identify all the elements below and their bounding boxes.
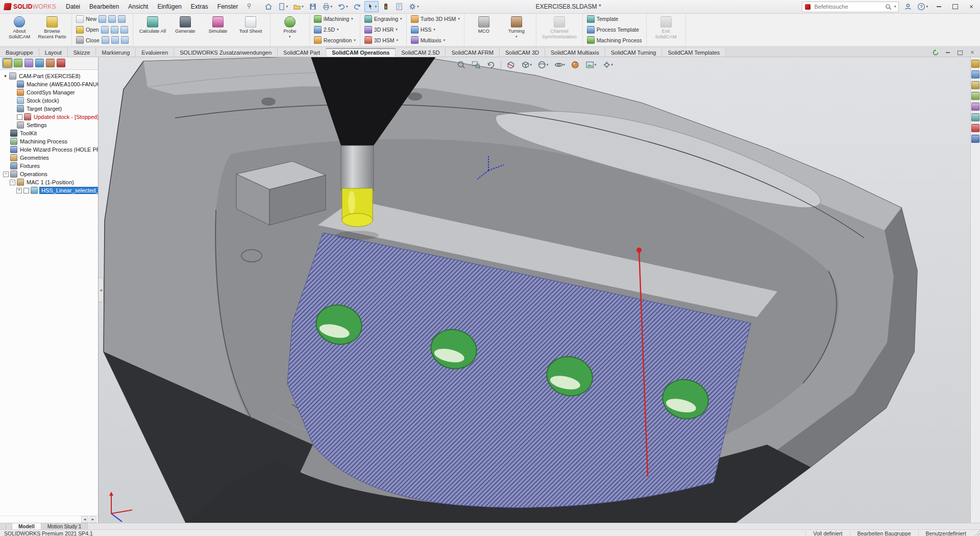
- graphics-viewport[interactable]: ▾ ▾ ▾ ▾ ▾ ◂: [99, 57, 971, 523]
- open-document-icon[interactable]: ▾: [291, 1, 306, 12]
- tree-item[interactable]: + HSS_Linear_selected_faces: [0, 186, 98, 194]
- tree-item[interactable]: Updated stock - [Stopped]: [0, 113, 98, 121]
- tool-sheet-button[interactable]: Tool Sheet: [235, 14, 266, 45]
- custom-properties-icon[interactable]: [971, 113, 979, 121]
- menu-item[interactable]: Extras: [186, 1, 213, 12]
- new-document-icon[interactable]: ▾: [276, 1, 290, 12]
- appearances-scenes-icon[interactable]: [971, 103, 979, 111]
- two-five-d-button[interactable]: 2.5D ▾: [312, 25, 358, 35]
- file-properties-icon[interactable]: [393, 1, 405, 12]
- tree-item[interactable]: Settings: [0, 121, 98, 129]
- hsm-3d-dropdown-icon[interactable]: ▾: [397, 38, 399, 42]
- login-person-icon[interactable]: [902, 1, 914, 12]
- close-cam-part-button[interactable]: Close: [74, 35, 131, 45]
- undo-icon[interactable]: ▾: [335, 1, 350, 12]
- expander-icon[interactable]: −: [3, 172, 9, 177]
- minimize-icon[interactable]: [931, 1, 946, 13]
- forum-icon[interactable]: [971, 135, 979, 143]
- open-cam-part-button[interactable]: Open: [74, 25, 131, 35]
- search-icon[interactable]: [885, 4, 892, 10]
- command-tab[interactable]: SolidCAM 3D: [500, 48, 545, 57]
- imachining-button[interactable]: iMachining ▾: [312, 14, 358, 24]
- expander-icon[interactable]: ▾: [3, 74, 8, 79]
- resize-grip[interactable]: [973, 530, 980, 536]
- suppress-checkbox[interactable]: [17, 114, 22, 120]
- template-button[interactable]: Template: [585, 14, 644, 24]
- tree-item[interactable]: Fixtures: [0, 162, 98, 170]
- edit-appearance-icon[interactable]: [569, 59, 582, 71]
- hsr-3d-dropdown-icon[interactable]: ▾: [396, 28, 398, 32]
- scroll-left-icon[interactable]: ◂: [81, 516, 88, 523]
- zoom-fit-icon[interactable]: [454, 59, 468, 71]
- hide-show-items-icon[interactable]: ▾: [552, 59, 567, 71]
- print-icon[interactable]: ▾: [320, 1, 335, 12]
- command-tab[interactable]: SolidCAM Turning: [605, 48, 663, 57]
- file-explorer-icon[interactable]: [971, 81, 979, 89]
- hss-button[interactable]: HSS ▾: [409, 25, 462, 35]
- command-tab[interactable]: Skizze: [68, 48, 96, 57]
- design-library-icon[interactable]: [971, 70, 979, 79]
- redo-icon[interactable]: [351, 1, 363, 12]
- menu-item[interactable]: Datei: [61, 1, 85, 12]
- recognition-dropdown-icon[interactable]: ▾: [354, 38, 356, 42]
- document-restore-icon[interactable]: [955, 48, 965, 57]
- recognition-button[interactable]: Recognition ▾: [312, 35, 358, 45]
- tree-item[interactable]: − MAC 1 (1-Position): [0, 178, 98, 186]
- command-tab[interactable]: Evaluieren: [136, 48, 174, 57]
- hsr-3d-button[interactable]: 3D HSR ▾: [362, 25, 404, 35]
- multiaxis-button[interactable]: Multiaxis ▾: [409, 35, 462, 45]
- help-icon[interactable]: ?▾: [915, 1, 930, 12]
- suppress-checkbox[interactable]: [23, 188, 29, 193]
- command-tab[interactable]: SolidCAM 2.5D: [396, 48, 446, 57]
- browse-recent-parts-button[interactable]: Browse Recent Parts: [36, 14, 68, 45]
- zoom-area-icon[interactable]: [469, 59, 482, 71]
- engraving-button[interactable]: Engraving ▾: [362, 14, 404, 24]
- solidcam-manager-icon[interactable]: [57, 59, 65, 67]
- command-tab[interactable]: SolidCAM Part: [278, 48, 326, 57]
- tree-item[interactable]: ToolKit: [0, 129, 98, 137]
- new-cam-part-button[interactable]: New: [74, 14, 131, 24]
- display-style-icon[interactable]: ▾: [535, 59, 551, 71]
- section-view-icon[interactable]: [504, 59, 517, 71]
- process-template-button[interactable]: Process Template: [585, 25, 644, 35]
- turning-button[interactable]: Turning ▾: [501, 14, 532, 45]
- imachining-dropdown-icon[interactable]: ▾: [351, 17, 353, 21]
- document-close-icon[interactable]: ×: [968, 48, 977, 57]
- mco-button[interactable]: MCO: [468, 14, 500, 45]
- solidworks-home-icon[interactable]: [262, 1, 275, 12]
- view-palette-icon[interactable]: [971, 92, 979, 100]
- propertymanager-icon[interactable]: [14, 59, 22, 67]
- menu-item[interactable]: Einfügen: [153, 1, 186, 12]
- command-tab[interactable]: SolidCAM Multiaxis: [545, 48, 605, 57]
- options-gear-icon[interactable]: ▾: [406, 1, 421, 12]
- about-solidcam-button[interactable]: About SolidCAM: [4, 14, 35, 45]
- solidworks-resources-icon[interactable]: [971, 60, 979, 68]
- command-tab[interactable]: SolidCAM Operations: [326, 48, 396, 57]
- tree-item[interactable]: Machine (AWEA1000-FANUC): [0, 80, 98, 88]
- command-tab[interactable]: SOLIDWORKS Zusatzanwendungen: [174, 48, 278, 57]
- hsm-3d-button[interactable]: 3D HSM ▾: [362, 35, 404, 45]
- command-search-input[interactable]: [813, 3, 882, 10]
- command-tab[interactable]: Markierung: [96, 48, 136, 57]
- machining-process-button[interactable]: Machining Process: [585, 35, 644, 45]
- hss-dropdown-icon[interactable]: ▾: [433, 28, 435, 32]
- tree-item[interactable]: Machining Process: [0, 137, 98, 145]
- scroll-right-icon[interactable]: ▸: [89, 516, 96, 523]
- tree-item[interactable]: Stock (stock): [0, 96, 98, 105]
- generate-button[interactable]: Generate: [169, 14, 201, 45]
- engraving-dropdown-icon[interactable]: ▾: [400, 17, 402, 21]
- search-scope-dropdown-icon[interactable]: ▾: [894, 5, 896, 9]
- rebuild-icon[interactable]: [380, 1, 392, 12]
- expander-icon[interactable]: +: [16, 188, 22, 193]
- command-tab[interactable]: Baugruppe: [0, 48, 39, 57]
- save-icon[interactable]: [307, 1, 319, 12]
- tree-item[interactable]: − Operations: [0, 170, 98, 178]
- turning-dropdown-icon[interactable]: ▾: [516, 34, 518, 40]
- panel-collapse-handle[interactable]: ◂: [99, 278, 104, 302]
- rebuild-indicator-icon[interactable]: [931, 48, 940, 57]
- maximize-icon[interactable]: [947, 1, 963, 13]
- featuremanager-tree-icon[interactable]: [3, 59, 12, 67]
- multiaxis-dropdown-icon[interactable]: ▾: [443, 38, 445, 42]
- view-settings-icon[interactable]: ▾: [600, 59, 615, 71]
- tree-item[interactable]: Hole Wizard Process (HOLE PROCESSES -: [0, 145, 98, 154]
